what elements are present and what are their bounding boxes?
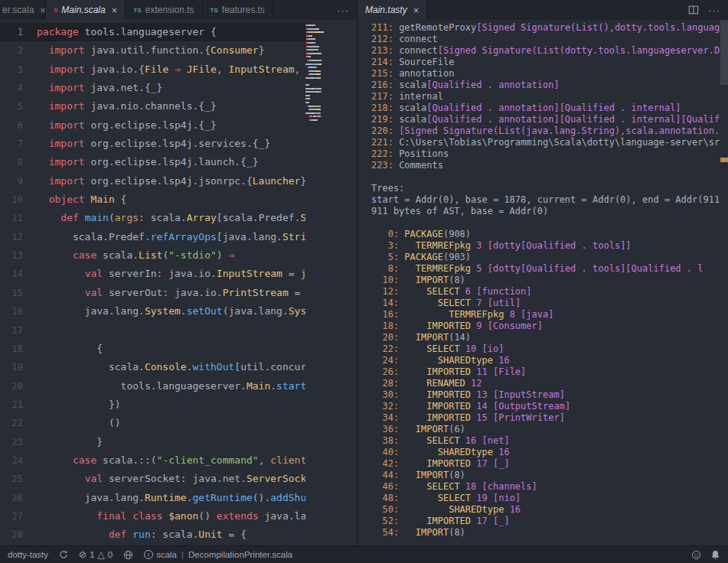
code-token xyxy=(37,454,73,466)
minimap-line xyxy=(305,88,324,89)
code-token: 46: xyxy=(371,481,404,492)
code-line-text: val serverIn: java.io.InputStream = j xyxy=(23,265,305,283)
status-problems[interactable]: ⊘ 1 △ 0 xyxy=(79,550,113,559)
code-token xyxy=(37,100,49,112)
code-token: Trees: xyxy=(371,183,404,194)
line-number: 28 xyxy=(0,526,23,544)
tab-features.ts[interactable]: TSfeatures.ts xyxy=(203,0,273,20)
code-token xyxy=(37,119,49,131)
code-token: Main xyxy=(246,380,270,392)
scrollbar-thumb[interactable] xyxy=(720,20,728,85)
sync-icon[interactable] xyxy=(59,550,68,559)
code-token: 28: xyxy=(371,378,404,389)
code-line: 16: TERMREFpkg 8 [java] xyxy=(371,309,720,321)
code-token: 3: xyxy=(371,240,404,251)
code-line: 211: getRemoteProxy[Signed Signature(Lis… xyxy=(371,22,720,34)
right-editor-code[interactable]: 211: getRemoteProxy[Signed Signature(Lis… xyxy=(357,22,720,539)
left-editor-code[interactable]: 1package tools.languageserver {2 import … xyxy=(0,23,305,545)
code-line: 50: SHAREDtype 16 xyxy=(371,504,720,516)
code-token: [util.concurre xyxy=(234,361,305,373)
code-token xyxy=(37,44,49,56)
status-task[interactable]: dotty-tasty xyxy=(8,550,48,559)
code-token xyxy=(37,138,49,149)
code-token: . xyxy=(270,380,276,392)
code-token xyxy=(404,275,415,285)
code-line-text: () xyxy=(23,414,121,432)
left-tab-group: er.scala×SMain.scala×TSextension.tsTSfea… xyxy=(0,0,357,20)
line-number: 7 xyxy=(0,135,23,153)
code-token xyxy=(404,447,437,457)
code-token: 6 [function] xyxy=(460,286,532,297)
minimap-line xyxy=(305,63,324,65)
code-token: serverIn: java.io. xyxy=(103,268,217,279)
tab-Main.tasty[interactable]: Main.tasty× xyxy=(357,0,427,20)
code-line: Trees: xyxy=(371,183,720,194)
minimap-line xyxy=(305,77,324,79)
globe-icon[interactable] xyxy=(123,550,133,560)
code-line: 5: PACKAGE(903) xyxy=(371,252,720,263)
code-token xyxy=(404,458,426,469)
feedback-smiley-icon[interactable] xyxy=(691,550,701,560)
code-line: start = Addr(0), base = 1878, current = … xyxy=(371,194,720,206)
tab-label: er.scala xyxy=(2,5,34,15)
scala-file-icon: S xyxy=(54,7,57,14)
code-line-text: scala.Console.withOut[util.concurre xyxy=(23,358,305,376)
code-line: 21 }) xyxy=(0,395,305,414)
code-token: 217: xyxy=(371,91,399,102)
minimap-line xyxy=(305,67,324,68)
code-token: 12: xyxy=(371,286,404,297)
code-token: getRemoteProxy xyxy=(399,22,476,33)
code-token: connect xyxy=(399,45,438,56)
code-token xyxy=(37,529,109,540)
code-token: ( xyxy=(109,212,115,223)
code-line: 18: IMPORTED 9 [Consumer] xyxy=(371,321,720,332)
code-token: "-stdio" xyxy=(168,249,217,261)
split-editor-icon[interactable] xyxy=(688,5,699,15)
minimap-line xyxy=(305,56,324,57)
minimap-segment xyxy=(305,91,318,93)
tab-er.scala[interactable]: er.scala× xyxy=(0,0,46,20)
code-token: 54: xyxy=(371,527,404,538)
status-language[interactable]: i scala | DecompilationPrinter.scala xyxy=(144,550,292,559)
code-line-text: }) xyxy=(23,395,121,414)
more-actions-icon[interactable]: ··· xyxy=(708,5,720,16)
close-icon[interactable]: × xyxy=(413,5,419,15)
code-token xyxy=(37,249,73,261)
tab-extension.ts[interactable]: TSextension.ts xyxy=(126,0,202,20)
bell-icon[interactable] xyxy=(710,550,720,560)
status-bar-right xyxy=(691,550,720,560)
code-line: 26 java.lang.Runtime.getRuntime().addShu xyxy=(0,489,305,507)
code-line: 13 case scala.List("-stdio") ⇒ xyxy=(0,246,305,265)
code-token: SHAREDtype xyxy=(438,447,493,457)
code-token: SourceFile xyxy=(399,57,454,67)
right-scrollbar[interactable] xyxy=(720,20,728,545)
minimap-line xyxy=(305,73,324,75)
code-line-text: package tools.languageserver { xyxy=(23,23,217,41)
right-editor-pane[interactable]: 211: getRemoteProxy[Signed Signature(Lis… xyxy=(357,20,728,545)
minimap-segment xyxy=(319,91,322,93)
code-token: (14) xyxy=(449,332,471,343)
line-number: 20 xyxy=(0,377,23,395)
code-token: 7 [util] xyxy=(471,298,521,308)
minimap-segment xyxy=(319,106,322,107)
left-editor-pane[interactable]: 1package tools.languageserver {2 import … xyxy=(0,20,357,545)
right-tab-group: Main.tasty× ··· xyxy=(357,0,728,20)
minimap-line xyxy=(305,24,324,26)
code-line: 7 import org.eclipse.lsp4j.services.{_} xyxy=(0,135,305,153)
minimap-segment xyxy=(309,53,318,54)
minimap-segment xyxy=(309,109,318,110)
code-line: 223: Comments xyxy=(371,160,720,171)
minimap-segment xyxy=(309,42,316,44)
code-token: 5 [dotty[Qualified . tools][Qualified . … xyxy=(471,263,703,274)
line-number: 5 xyxy=(0,97,23,116)
minimap[interactable] xyxy=(305,24,324,123)
more-tabs-icon[interactable]: ··· xyxy=(337,5,349,16)
code-line: 27 final class $anon() extends java.la xyxy=(0,507,305,526)
minimap-segment xyxy=(320,73,321,75)
tab-Main.scala[interactable]: SMain.scala× xyxy=(46,0,126,20)
close-icon[interactable]: × xyxy=(40,5,46,15)
close-icon[interactable]: × xyxy=(112,5,118,15)
code-line: 15 val serverOut: java.io.PrintStream = xyxy=(0,284,305,302)
line-number: 19 xyxy=(0,358,23,376)
minimap-segment xyxy=(321,60,322,61)
